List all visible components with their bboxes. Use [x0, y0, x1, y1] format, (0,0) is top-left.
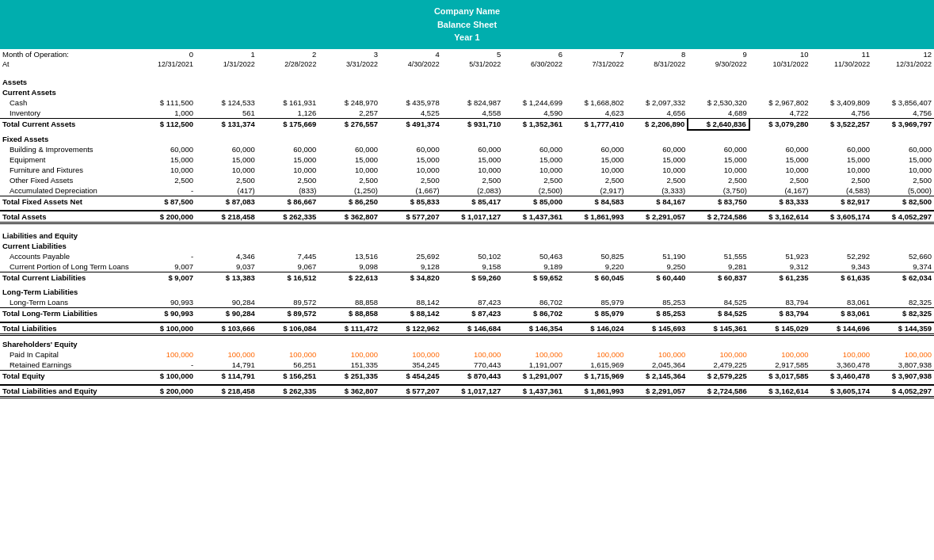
total-equity-label: Total Equity: [0, 370, 134, 381]
equipment-row: Equipment 15,000 15,000 15,000 15,000 15…: [0, 154, 934, 165]
date-row: At 12/31/2021 1/31/2022 2/28/2022 3/31/2…: [0, 59, 934, 69]
accounts-payable-row: Accounts Payable - 4,346 7,445 13,516 25…: [0, 251, 934, 261]
equipment-label: Equipment: [0, 154, 134, 165]
shareholders-equity-header: Shareholders' Equity: [0, 339, 934, 349]
sheet-title: Balance Sheet: [0, 18, 934, 32]
furniture-row: Furniture and Fixtures 10,000 10,000 10,…: [0, 165, 934, 175]
total-liabilities-row: Total Liabilities $ 100,000 $ 103,666 $ …: [0, 322, 934, 335]
liabilities-equity-header: Liabilities and Equity: [0, 227, 934, 241]
total-current-assets-row: Total Current Assets $ 112,500 $ 131,374…: [0, 118, 934, 130]
long-term-loans-row: Long-Term Loans 90,993 90,284 89,572 88,…: [0, 297, 934, 308]
cash-label: Cash: [0, 97, 134, 108]
cash-row: Cash $ 111,500 $ 124,533 $ 161,931 $ 248…: [0, 97, 934, 108]
total-fixed-label: Total Fixed Assets Net: [0, 196, 134, 207]
at-label: At: [0, 59, 134, 69]
inventory-row: Inventory 1,000 561 1,126 2,257 4,525 4,…: [0, 108, 934, 119]
paid-in-capital-row: Paid In Capital 100,000 100,000 100,000 …: [0, 349, 934, 360]
total-liabilities-equity-label: Total Liabilities and Equity: [0, 385, 134, 398]
header-bar: Company Name Balance Sheet Year 1: [0, 0, 934, 49]
total-long-term-label: Total Long-Term Liabilities: [0, 308, 134, 319]
total-long-term-row: Total Long-Term Liabilities $ 90,993 $ 9…: [0, 308, 934, 319]
current-assets-header: Current Assets: [0, 87, 934, 97]
accounts-payable-label: Accounts Payable: [0, 251, 134, 261]
paid-in-capital-label: Paid In Capital: [0, 349, 134, 360]
current-assets-label: Current Assets: [0, 87, 134, 97]
shareholders-equity-label: Shareholders' Equity: [0, 339, 134, 349]
total-liabilities-label: Total Liabilities: [0, 322, 134, 335]
long-term-loans-label: Long-Term Loans: [0, 297, 134, 308]
retained-earnings-row: Retained Earnings - 14,791 56,251 151,33…: [0, 360, 934, 371]
fixed-assets-header: Fixed Assets: [0, 134, 934, 144]
month-label: Month of Operation:: [0, 49, 134, 59]
building-label: Building & Improvements: [0, 144, 134, 154]
current-liabilities-label: Current Liabilities: [0, 241, 134, 251]
year-label: Year 1: [0, 31, 934, 44]
current-liabilities-header: Current Liabilities: [0, 241, 934, 251]
total-liabilities-equity-row: Total Liabilities and Equity $ 200,000 $…: [0, 385, 934, 398]
total-assets-row: Total Assets $ 200,000 $ 218,458 $ 262,3…: [0, 211, 934, 223]
retained-earnings-label: Retained Earnings: [0, 360, 134, 371]
month-row: Month of Operation: 0 1 2 3 4 5 6 7 8 9 …: [0, 49, 934, 59]
liabilities-equity-label: Liabilities and Equity: [0, 227, 134, 241]
accum-depr-row: Accumulated Depreciation - (417) (833) (…: [0, 185, 934, 196]
building-row: Building & Improvements 60,000 60,000 60…: [0, 144, 934, 154]
other-fixed-row: Other Fixed Assets 2,500 2,500 2,500 2,5…: [0, 175, 934, 185]
total-equity-row: Total Equity $ 100,000 $ 114,791 $ 156,2…: [0, 370, 934, 381]
total-fixed-row: Total Fixed Assets Net $ 87,500 $ 87,083…: [0, 196, 934, 207]
fixed-assets-label: Fixed Assets: [0, 134, 134, 144]
total-current-liabilities-label: Total Current Liabilities: [0, 272, 134, 284]
long-term-liabilities-label: Long-Term Liabilities: [0, 287, 134, 297]
assets-label: Assets: [0, 73, 134, 87]
company-name: Company Name: [0, 5, 934, 18]
current-term-loans-label: Current Portion of Long Term Loans: [0, 261, 134, 272]
assets-section-header: Assets: [0, 73, 934, 87]
total-current-liabilities-row: Total Current Liabilities $ 9,007 $ 13,3…: [0, 272, 934, 284]
inventory-label: Inventory: [0, 108, 134, 119]
other-fixed-label: Other Fixed Assets: [0, 175, 134, 185]
furniture-label: Furniture and Fixtures: [0, 165, 134, 175]
total-assets-label: Total Assets: [0, 211, 134, 223]
long-term-liabilities-header: Long-Term Liabilities: [0, 287, 934, 297]
current-term-loans-row: Current Portion of Long Term Loans 9,007…: [0, 261, 934, 272]
total-current-assets-label: Total Current Assets: [0, 118, 134, 130]
accum-depr-label: Accumulated Depreciation: [0, 185, 134, 196]
